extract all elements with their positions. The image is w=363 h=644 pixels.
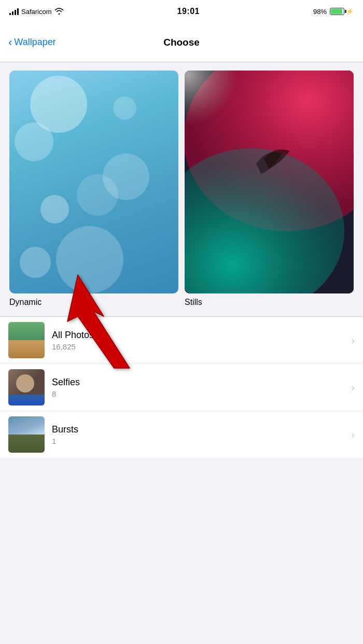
- dynamic-wallpaper-bg: [9, 71, 178, 293]
- dynamic-wallpaper-thumb[interactable]: [9, 71, 178, 293]
- selfies-chevron-icon: ›: [351, 382, 355, 394]
- stills-wallpaper-thumb[interactable]: [185, 71, 354, 293]
- battery-percent: 98%: [313, 8, 327, 16]
- album-row[interactable]: Bursts 1 ›: [0, 411, 363, 458]
- status-right: 98% ⚡: [313, 8, 354, 16]
- back-chevron-icon: ‹: [8, 37, 12, 48]
- bursts-name: Bursts: [52, 424, 351, 435]
- albums-list: All Photos 16,825 › Selfies 8 › Bursts 1: [0, 317, 363, 458]
- selfies-info: Selfies 8: [52, 377, 351, 398]
- album-row[interactable]: All Photos 16,825 ›: [0, 317, 363, 364]
- stills-wallpaper-bg: [185, 71, 354, 293]
- status-time: 19:01: [177, 7, 200, 16]
- battery-icon: ⚡: [330, 8, 354, 15]
- wallpaper-previews: Dynamic: [0, 62, 363, 311]
- all-photos-name: All Photos: [52, 330, 351, 341]
- bursts-info: Bursts 1: [52, 424, 351, 445]
- selfies-name: Selfies: [52, 377, 351, 388]
- nav-bar: ‹ Wallpaper Choose: [0, 23, 363, 62]
- album-row[interactable]: Selfies 8 ›: [0, 364, 363, 411]
- wallpaper-section: Dynamic: [0, 62, 363, 316]
- bursts-chevron-icon: ›: [351, 429, 355, 441]
- status-bar: Safaricom 19:01 98% ⚡: [0, 0, 363, 23]
- carrier-name: Safaricom: [21, 8, 52, 16]
- bursts-count: 1: [52, 437, 351, 445]
- bursts-thumb-bg: [8, 416, 45, 453]
- back-button[interactable]: ‹ Wallpaper: [8, 37, 56, 48]
- all-photos-thumb-bg: [8, 322, 45, 358]
- dynamic-label: Dynamic: [9, 298, 178, 307]
- wifi-icon: [54, 7, 64, 16]
- stills-label: Stills: [185, 298, 354, 307]
- selfies-thumb-bg: [8, 369, 45, 405]
- page-title: Choose: [163, 37, 200, 48]
- all-photos-info: All Photos 16,825: [52, 330, 351, 351]
- bursts-thumbnail: [8, 416, 45, 453]
- all-photos-count: 16,825: [52, 342, 351, 351]
- selfies-thumbnail: [8, 369, 45, 405]
- selfies-count: 8: [52, 389, 351, 398]
- wallpaper-section-wrapper: Dynamic: [0, 62, 363, 458]
- dynamic-preview-item[interactable]: Dynamic: [9, 71, 178, 307]
- stills-preview-item[interactable]: Stills: [185, 71, 354, 307]
- all-photos-chevron-icon: ›: [351, 334, 355, 346]
- back-label: Wallpaper: [14, 37, 55, 48]
- status-left: Safaricom: [9, 7, 64, 16]
- signal-bars: [9, 8, 19, 15]
- charging-icon: ⚡: [346, 8, 354, 15]
- all-photos-thumbnail: [8, 322, 45, 358]
